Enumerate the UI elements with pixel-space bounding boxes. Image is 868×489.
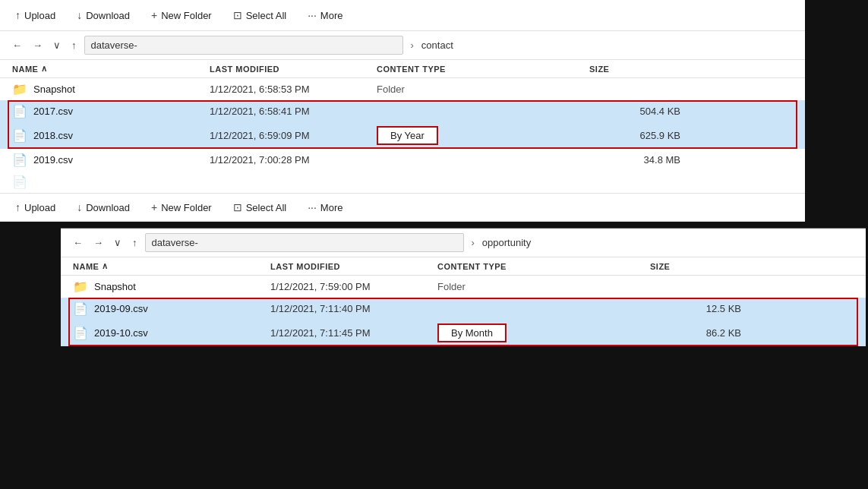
table-row[interactable]: 📄 2017.csv 1/12/2021, 6:58:41 PM 504.4 K… (0, 100, 805, 122)
inner-more-button[interactable]: ··· More (305, 200, 346, 215)
file-name: 2018.csv (33, 130, 73, 141)
main-toolbar: ↑ Upload ↓ Download + New Folder ⊡ Selec… (0, 0, 805, 31)
file-name-cell: 📄 2017.csv (12, 104, 210, 118)
file-name-cell: 📄 2019-09.csv (73, 301, 270, 316)
inner-download-label: Download (86, 202, 130, 213)
file-icon: 📄 (73, 326, 88, 340)
new-folder-button[interactable]: + New Folder (148, 8, 215, 23)
forward-button-2[interactable]: → (90, 235, 106, 250)
selected-rows-group: 📄 2017.csv 1/12/2021, 6:58:41 PM 504.4 K… (0, 100, 805, 149)
col-modified-2: LAST MODIFIED (270, 261, 437, 271)
inner-more-label: More (320, 202, 343, 213)
file-type: Folder (377, 84, 589, 95)
down-button-2[interactable]: ∨ (111, 235, 125, 250)
forward-button[interactable]: → (30, 38, 46, 52)
file-icon: 📄 (12, 104, 27, 118)
download-icon: ↓ (77, 201, 82, 213)
current-folder-top: contact (421, 39, 497, 51)
table-row[interactable]: 📄 2019-09.csv 1/12/2021, 7:11:40 PM 12.5… (61, 298, 866, 320)
breadcrumb-chevron-2: › (469, 237, 478, 248)
inner-new-folder-button[interactable]: + New Folder (148, 200, 215, 215)
sort-icon-2[interactable]: ∧ (102, 261, 109, 271)
col-modified: LAST MODIFIED (210, 64, 377, 74)
ellipsis-icon: ··· (308, 9, 317, 21)
plus-icon: + (151, 201, 157, 213)
download-label: Download (86, 10, 130, 21)
inner-download-button[interactable]: ↓ Download (74, 200, 133, 215)
col-size-2: SIZE (650, 261, 741, 271)
upload-button[interactable]: ↑ Upload (12, 8, 58, 23)
inner-select-all-label: Select All (246, 202, 286, 213)
breadcrumb-chevron: › (408, 39, 417, 51)
file-name-cell: 📄 2019.csv (12, 153, 210, 167)
new-folder-label: New Folder (161, 10, 211, 21)
file-size: 625.9 KB (589, 130, 680, 141)
select-all-button[interactable]: ⊡ Select All (230, 8, 289, 23)
file-date: 1/12/2021, 6:58:53 PM (210, 84, 377, 95)
up-button-2[interactable]: ↑ (129, 235, 140, 250)
download-icon: ↓ (77, 9, 82, 21)
upload-icon: ↑ (15, 201, 21, 213)
file-list-header-top: NAME ∧ LAST MODIFIED CONTENT TYPE SIZE (0, 60, 805, 78)
col-name: NAME ∧ (12, 64, 210, 74)
file-name: 2017.csv (33, 106, 73, 117)
file-date: 1/12/2021, 7:11:40 PM (270, 303, 437, 314)
col-content-type: CONTENT TYPE (377, 64, 589, 74)
address-bar-bottom: ← → ∨ ↑ › opportunity (61, 229, 866, 257)
file-date: 1/12/2021, 6:59:09 PM (210, 130, 377, 141)
select-icon: ⊡ (233, 9, 242, 21)
by-year-annotation: By Year (377, 126, 438, 145)
plus-icon: + (151, 9, 157, 21)
file-icon: 📄 (12, 128, 27, 143)
file-size: 12.5 KB (650, 303, 741, 314)
table-row[interactable]: 📁 Snapshot 1/12/2021, 6:58:53 PM Folder (0, 78, 805, 100)
file-name: 2019-09.csv (94, 303, 148, 314)
col-content-type-2: CONTENT TYPE (437, 261, 650, 271)
address-input-bottom[interactable] (145, 233, 464, 252)
inner-select-all-button[interactable]: ⊡ Select All (230, 200, 289, 215)
file-icon: 📄 (73, 301, 88, 316)
table-row[interactable]: 📄 2018.csv 1/12/2021, 6:59:09 PM By Year… (0, 122, 805, 149)
by-month-annotation: By Month (437, 323, 507, 342)
inner-upload-button[interactable]: ↑ Upload (12, 200, 58, 215)
file-date: 1/12/2021, 6:58:41 PM (210, 106, 377, 117)
file-size: 34.8 MB (589, 154, 680, 166)
select-all-label: Select All (246, 10, 286, 21)
file-name: Snapshot (33, 84, 75, 95)
sort-icon[interactable]: ∧ (41, 64, 48, 74)
up-button[interactable]: ↑ (68, 38, 80, 52)
file-name-cell: 📄 (12, 175, 210, 189)
file-icon: 📄 (12, 153, 27, 167)
file-name-cell: 📁 Snapshot (12, 82, 210, 96)
col-size: SIZE (589, 64, 680, 74)
upload-icon: ↑ (15, 9, 21, 21)
file-date: 1/12/2021, 7:59:00 PM (270, 281, 437, 292)
table-row[interactable]: 📁 Snapshot 1/12/2021, 7:59:00 PM Folder (61, 276, 866, 298)
ellipsis-icon: ··· (308, 201, 317, 213)
file-name: Snapshot (94, 281, 136, 292)
folder-icon-2: 📁 (73, 279, 88, 294)
file-type: By Year (377, 126, 589, 145)
more-button[interactable]: ··· More (305, 8, 346, 23)
back-button-2[interactable]: ← (70, 235, 86, 250)
back-button[interactable]: ← (9, 38, 25, 52)
file-name: 2019-10.csv (94, 327, 148, 339)
down-button[interactable]: ∨ (50, 38, 64, 52)
table-row[interactable]: 📄 2019.csv 1/12/2021, 7:00:28 PM 34.8 MB (0, 149, 805, 171)
address-bar-top: ← → ∨ ↑ › contact (0, 31, 805, 60)
inner-toolbar: ↑ Upload ↓ Download + New Folder ⊡ Selec… (0, 193, 805, 222)
file-date: 1/12/2021, 7:00:28 PM (210, 154, 377, 166)
file-name-cell: 📁 Snapshot (73, 279, 270, 294)
address-input-top[interactable] (84, 36, 403, 55)
file-type: By Month (437, 323, 650, 342)
file-name-cell: 📄 2018.csv (12, 128, 210, 143)
table-row[interactable]: 📄 2019-10.csv 1/12/2021, 7:11:45 PM By M… (61, 320, 866, 346)
file-icon: 📄 (12, 175, 27, 189)
table-row[interactable]: 📄 (0, 171, 805, 193)
inner-new-folder-label: New Folder (161, 202, 211, 213)
file-type: Folder (437, 281, 650, 292)
file-size: 86.2 KB (650, 327, 741, 339)
download-button[interactable]: ↓ Download (74, 8, 133, 23)
upload-label: Upload (24, 10, 55, 21)
file-name-cell: 📄 2019-10.csv (73, 326, 270, 340)
